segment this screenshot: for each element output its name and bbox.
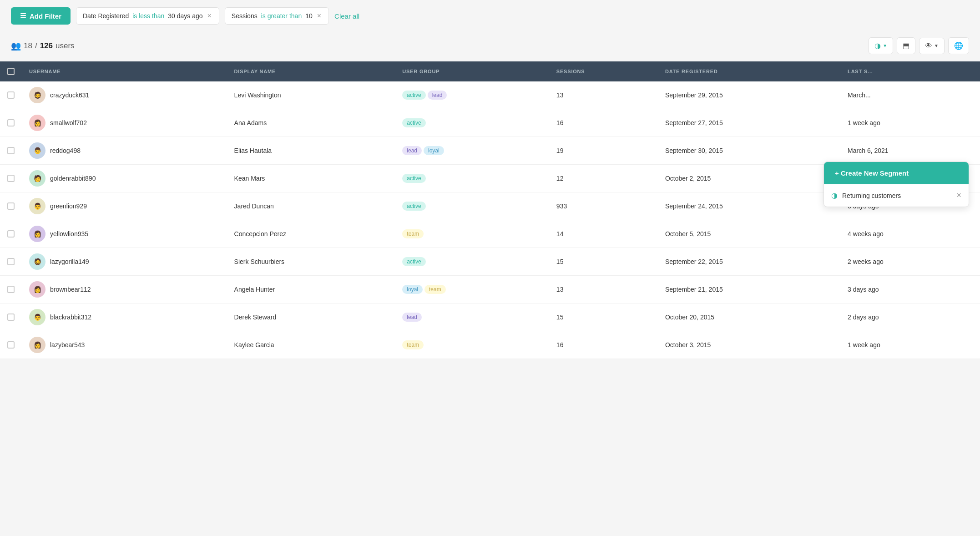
- avatar: 🧑: [29, 170, 45, 187]
- filter1-close-button[interactable]: ×: [207, 12, 212, 20]
- username-cell: 👨 blackrabbit312: [22, 303, 227, 331]
- stats-bar: 👥 18 / 126 users ◑ ▼ ⬒ 👁 ▼ 🌐: [0, 32, 980, 61]
- row-checkbox-cell[interactable]: [0, 303, 22, 331]
- table-row: 👩 smallwolf702 Ana Adams active 16 Septe…: [0, 109, 980, 137]
- globe-icon: 🌐: [954, 41, 963, 50]
- sessions-cell: 13: [549, 276, 658, 303]
- table-wrapper: USERNAME DISPLAY NAME USER GROUP SESSION…: [0, 61, 980, 359]
- tag-active: active: [402, 174, 425, 183]
- username-cell: 🧔 lazygorilla149: [22, 248, 227, 276]
- user-group-cell: active: [395, 109, 549, 137]
- tag-team: team: [402, 340, 424, 349]
- row-checkbox[interactable]: [7, 314, 15, 321]
- row-checkbox-cell[interactable]: [0, 331, 22, 359]
- segment-item-label: Returning customers: [842, 192, 901, 199]
- sessions-cell: 933: [549, 192, 658, 220]
- table-row: 👩 brownbear112 Angela Hunter loyalteam 1…: [0, 276, 980, 303]
- chart-icon: ◑: [874, 41, 881, 50]
- chart-icon-btn[interactable]: ◑ ▼: [869, 37, 893, 54]
- user-cell: 👩 smallwolf702: [29, 115, 220, 131]
- globe-icon-btn[interactable]: 🌐: [948, 37, 969, 54]
- row-checkbox-cell[interactable]: [0, 192, 22, 220]
- row-checkbox-cell[interactable]: [0, 248, 22, 276]
- table-row: 🧔 lazygorilla149 Sierk Schuurbiers activ…: [0, 248, 980, 276]
- create-segment-button[interactable]: + Create New Segment: [824, 162, 969, 184]
- filter2-close-button[interactable]: ×: [316, 12, 322, 20]
- row-checkbox-cell[interactable]: [0, 81, 22, 109]
- row-checkbox[interactable]: [7, 175, 15, 182]
- username-cell: 👩 brownbear112: [22, 276, 227, 303]
- row-checkbox[interactable]: [7, 147, 15, 154]
- clear-all-button[interactable]: Clear all: [334, 12, 359, 20]
- avatar: 🧔: [29, 253, 45, 270]
- display-name-cell: Derek Steward: [227, 303, 395, 331]
- table-row: 👩 yellowlion935 Concepcion Perez team 14…: [0, 220, 980, 248]
- tag-loyal: loyal: [402, 285, 423, 294]
- filter2-prefix: Sessions: [232, 12, 258, 20]
- filter-chip-1: Date Registered is less than 30 days ago…: [76, 7, 219, 25]
- row-checkbox-cell[interactable]: [0, 165, 22, 192]
- export-icon-btn[interactable]: ⬒: [897, 37, 915, 54]
- row-checkbox[interactable]: [7, 230, 15, 238]
- username-cell: 👩 smallwolf702: [22, 109, 227, 137]
- add-filter-label: Add Filter: [30, 12, 61, 20]
- segment-item-close[interactable]: ×: [956, 191, 961, 200]
- user-cell: 🧔 crazyduck631: [29, 87, 220, 103]
- row-checkbox[interactable]: [7, 91, 15, 99]
- tag-team: team: [402, 229, 424, 238]
- col-user-group: USER GROUP: [395, 61, 549, 81]
- filter2-operator: is greater than: [261, 12, 302, 20]
- view-btn-arrow: ▼: [934, 43, 939, 48]
- row-checkbox[interactable]: [7, 341, 15, 349]
- sessions-cell: 19: [549, 137, 658, 165]
- user-group-cell: lead: [395, 303, 549, 331]
- username: brownbear112: [50, 286, 91, 293]
- user-group-cell: team: [395, 220, 549, 248]
- tag-lead: lead: [402, 146, 422, 155]
- username: blackrabbit312: [50, 314, 91, 321]
- table-row: 👨 blackrabbit312 Derek Steward lead 15 O…: [0, 303, 980, 331]
- row-checkbox-cell[interactable]: [0, 220, 22, 248]
- row-checkbox-cell[interactable]: [0, 109, 22, 137]
- row-checkbox[interactable]: [7, 258, 15, 265]
- col-username: USERNAME: [22, 61, 227, 81]
- avatar: 👩: [29, 226, 45, 242]
- row-checkbox-cell[interactable]: [0, 276, 22, 303]
- username: goldenrabbit890: [50, 175, 96, 182]
- row-checkbox[interactable]: [7, 286, 15, 293]
- tag-lead: lead: [402, 313, 422, 322]
- avatar: 👩: [29, 115, 45, 131]
- table-row: 🧔 crazyduck631 Levi Washington activelea…: [0, 81, 980, 109]
- filter1-operator: is less than: [132, 12, 164, 20]
- sessions-cell: 14: [549, 220, 658, 248]
- user-group-cell: active: [395, 192, 549, 220]
- add-filter-button[interactable]: ☰ Add Filter: [11, 7, 71, 25]
- row-checkbox-cell[interactable]: [0, 137, 22, 165]
- segment-item-left: ◑ Returning customers: [831, 191, 901, 200]
- table-row: 👨 reddog498 Elias Hautala leadloyal 19 S…: [0, 137, 980, 165]
- user-cell: 👨 reddog498: [29, 142, 220, 159]
- tag-lead: lead: [428, 91, 447, 100]
- tag-loyal: loyal: [424, 146, 444, 155]
- display-name-cell: Kaylee Garcia: [227, 331, 395, 359]
- last-seen-cell: 2 weeks ago: [840, 248, 980, 276]
- row-checkbox[interactable]: [7, 119, 15, 126]
- date-registered-cell: September 30, 2015: [658, 137, 840, 165]
- view-icon-btn[interactable]: 👁 ▼: [919, 38, 945, 54]
- chart-btn-arrow: ▼: [883, 43, 887, 48]
- tag-active: active: [402, 202, 425, 211]
- avatar: 👩: [29, 337, 45, 353]
- select-all-checkbox[interactable]: [7, 68, 15, 75]
- table-row: 👩 lazybear543 Kaylee Garcia team 16 Octo…: [0, 331, 980, 359]
- display-name-cell: Elias Hautala: [227, 137, 395, 165]
- username-cell: 🧔 crazyduck631: [22, 81, 227, 109]
- user-cell: 👩 brownbear112: [29, 281, 220, 298]
- filter1-suffix: 30 days ago: [168, 12, 202, 20]
- date-registered-cell: September 22, 2015: [658, 248, 840, 276]
- username: reddog498: [50, 147, 81, 154]
- tag-active: active: [402, 91, 425, 100]
- user-group-cell: active: [395, 248, 549, 276]
- display-name-cell: Concepcion Perez: [227, 220, 395, 248]
- col-checkbox: [0, 61, 22, 81]
- row-checkbox[interactable]: [7, 202, 15, 210]
